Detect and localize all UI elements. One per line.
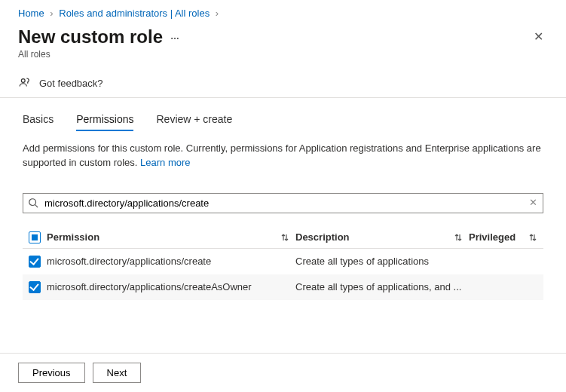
permissions-table: Permission Description Privileged micr	[23, 227, 543, 300]
select-all-checkbox[interactable]	[29, 231, 41, 243]
tabs: Basics Permissions Review + create	[0, 98, 566, 131]
search-icon	[28, 198, 38, 210]
table-row[interactable]: microsoft.directory/applications/createA…	[23, 274, 543, 300]
svg-point-0	[21, 79, 25, 83]
feedback-icon	[18, 76, 32, 90]
next-button[interactable]: Next	[93, 363, 142, 383]
page-title: New custom role	[18, 26, 163, 47]
feedback-row[interactable]: Got feedback?	[0, 69, 566, 98]
row-checkbox[interactable]	[29, 256, 41, 268]
sort-icon[interactable]	[528, 233, 543, 242]
tab-review[interactable]: Review + create	[156, 113, 232, 131]
breadcrumb: Home › Roles and administrators | All ro…	[0, 0, 566, 23]
previous-button[interactable]: Previous	[18, 363, 85, 383]
sort-icon[interactable]	[454, 233, 469, 242]
subtitle: All roles	[0, 47, 566, 69]
table-header: Permission Description Privileged	[23, 227, 543, 249]
cell-description: Create all types of applications, and ..…	[295, 281, 461, 292]
column-permission[interactable]: Permission	[47, 231, 99, 243]
tab-permissions[interactable]: Permissions	[76, 113, 133, 131]
title-row: New custom role … ✕	[0, 23, 566, 47]
column-description[interactable]: Description	[295, 231, 350, 243]
sort-icon[interactable]	[280, 233, 295, 242]
cell-permission: microsoft.directory/applications/createA…	[47, 281, 252, 292]
table-row[interactable]: microsoft.directory/applications/create …	[23, 249, 543, 274]
close-icon[interactable]: ✕	[529, 26, 548, 47]
more-icon[interactable]: …	[170, 31, 179, 41]
search-input[interactable]	[23, 193, 543, 213]
description-text: Add permissions for this custom role. Cu…	[23, 142, 543, 170]
chevron-right-icon: ›	[50, 8, 53, 19]
cell-description: Create all types of applications	[295, 256, 429, 267]
tab-basics[interactable]: Basics	[23, 113, 54, 131]
breadcrumb-home[interactable]: Home	[18, 8, 44, 19]
cell-permission: microsoft.directory/applications/create	[47, 256, 211, 267]
footer: Previous Next	[0, 353, 566, 392]
learn-more-link[interactable]: Learn more	[140, 157, 190, 168]
column-privileged[interactable]: Privileged	[469, 231, 516, 243]
feedback-label: Got feedback?	[39, 78, 103, 89]
row-checkbox[interactable]	[29, 281, 41, 293]
breadcrumb-roles[interactable]: Roles and administrators | All roles	[59, 8, 210, 19]
svg-point-1	[29, 198, 36, 205]
clear-icon[interactable]: ✕	[529, 197, 537, 208]
chevron-right-icon: ›	[216, 8, 219, 19]
